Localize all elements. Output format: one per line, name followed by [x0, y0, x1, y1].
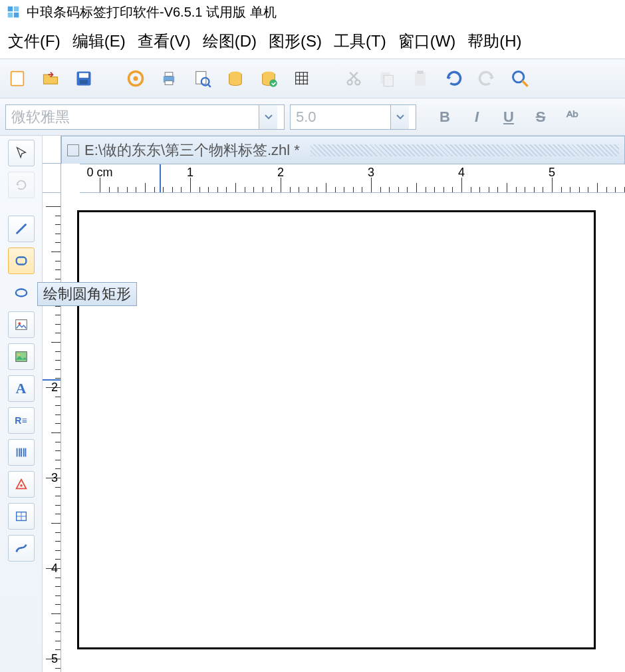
- svg-point-43: [17, 353, 20, 356]
- svg-line-36: [523, 81, 528, 86]
- settings-button[interactable]: [124, 67, 148, 90]
- work-area: 绘制圆角矩形 A R≡ E:\做的东东\第三个物料标签.zhl * 0 cm 1…: [0, 136, 625, 672]
- line-tool[interactable]: [8, 216, 35, 242]
- font-name-combo[interactable]: [5, 104, 285, 130]
- svg-rect-40: [15, 320, 27, 330]
- redo-button[interactable]: [475, 67, 499, 90]
- svg-rect-2: [8, 13, 13, 18]
- save-button[interactable]: [72, 67, 96, 90]
- underline-button[interactable]: U: [499, 108, 519, 126]
- menu-edit[interactable]: 编辑(E): [68, 29, 130, 53]
- triangle-tool[interactable]: [8, 471, 35, 498]
- print-preview-button[interactable]: [190, 67, 214, 90]
- svg-point-35: [513, 72, 524, 83]
- font-name-input[interactable]: [6, 107, 259, 127]
- svg-point-28: [355, 80, 360, 84]
- menu-window[interactable]: 窗口(W): [394, 29, 460, 53]
- svg-rect-38: [16, 257, 26, 265]
- svg-rect-33: [415, 73, 426, 86]
- database-refresh-button[interactable]: [257, 67, 281, 90]
- open-button[interactable]: [39, 67, 62, 90]
- menu-bar: 文件(F) 编辑(E) 查看(V) 绘图(D) 图形(S) 工具(T) 窗口(W…: [0, 24, 625, 59]
- menu-shape[interactable]: 图形(S): [265, 29, 326, 53]
- font-size-drop-icon[interactable]: [390, 105, 409, 129]
- text-tool[interactable]: A: [8, 375, 35, 402]
- database-button[interactable]: [223, 67, 247, 90]
- bold-button[interactable]: B: [435, 108, 455, 126]
- horizontal-ruler[interactable]: 0 cm 12345: [80, 164, 625, 193]
- svg-point-49: [20, 484, 23, 487]
- menu-file[interactable]: 文件(F): [4, 29, 64, 53]
- tab-filler: [311, 144, 619, 156]
- undo-button[interactable]: [441, 67, 465, 90]
- refresh-tool[interactable]: [8, 172, 35, 198]
- strike-button[interactable]: S: [531, 108, 551, 126]
- canvas[interactable]: [61, 193, 625, 672]
- svg-line-37: [16, 224, 26, 234]
- document-tab[interactable]: E:\做的东东\第三个物料标签.zhl *: [61, 136, 625, 164]
- svg-rect-32: [384, 75, 393, 86]
- new-doc-button[interactable]: [5, 67, 29, 90]
- text-style-group: B I U S ᴬᵇ: [435, 108, 582, 126]
- ruler-h-marker: [160, 164, 161, 192]
- menu-tool[interactable]: 工具(T): [330, 29, 390, 53]
- svg-rect-34: [417, 71, 423, 74]
- rounded-rect-tool[interactable]: [8, 248, 35, 274]
- svg-rect-1: [14, 7, 19, 12]
- menu-draw[interactable]: 绘图(D): [199, 29, 261, 53]
- grid-button[interactable]: [290, 67, 314, 90]
- svg-rect-4: [11, 72, 24, 86]
- picture-tool[interactable]: [8, 343, 35, 370]
- paste-button[interactable]: [408, 67, 432, 90]
- clear-format-button[interactable]: ᴬᵇ: [562, 108, 582, 126]
- tooltip: 绘制圆角矩形: [37, 282, 137, 306]
- svg-rect-42: [15, 352, 27, 362]
- table-tool[interactable]: [8, 503, 35, 530]
- menu-view[interactable]: 查看(V): [134, 29, 195, 53]
- ruler-corner-row: E:\做的东东\第三个物料标签.zhl *: [43, 136, 625, 164]
- select-tool[interactable]: [8, 140, 35, 166]
- ellipse-tool[interactable]: 绘制圆角矩形: [8, 279, 35, 306]
- image-tool[interactable]: [8, 311, 35, 338]
- doc-tab-icon: [67, 144, 79, 156]
- svg-rect-0: [8, 7, 13, 12]
- svg-point-9: [134, 77, 138, 81]
- drawing-toolbar: 绘制圆角矩形 A R≡: [0, 136, 43, 672]
- font-size-input[interactable]: [291, 107, 390, 127]
- svg-rect-6: [79, 73, 88, 78]
- svg-rect-11: [165, 73, 173, 77]
- format-toolbar: B I U S ᴬᵇ: [0, 98, 625, 136]
- menu-help[interactable]: 帮助(H): [463, 29, 525, 53]
- ruler-origin: [43, 164, 61, 193]
- richtext-tool[interactable]: R≡: [8, 407, 35, 434]
- app-icon: [7, 5, 20, 19]
- main-toolbar: [0, 59, 625, 98]
- barcode-tool[interactable]: [8, 439, 35, 466]
- svg-point-18: [269, 79, 277, 87]
- document-path: E:\做的东东\第三个物料标签.zhl *: [84, 140, 300, 160]
- svg-rect-7: [80, 80, 88, 84]
- document-panel: E:\做的东东\第三个物料标签.zhl * 0 cm 12345 12345: [43, 136, 625, 672]
- print-button[interactable]: [157, 67, 181, 90]
- label-page[interactable]: [77, 210, 596, 649]
- svg-rect-12: [165, 81, 173, 85]
- svg-point-39: [15, 289, 27, 297]
- font-size-combo[interactable]: [290, 104, 416, 130]
- cut-button[interactable]: [342, 67, 366, 90]
- font-name-drop-icon[interactable]: [259, 105, 277, 129]
- svg-line-15: [208, 84, 211, 86]
- svg-rect-3: [14, 13, 19, 18]
- copy-button[interactable]: [375, 67, 399, 90]
- svg-point-27: [348, 80, 352, 84]
- title-bar: 中琅条码标签打印软件-V6.5.1 试用版 单机: [0, 0, 625, 24]
- app-title: 中琅条码标签打印软件-V6.5.1 试用版 单机: [27, 3, 277, 21]
- zoom-button[interactable]: [508, 67, 532, 90]
- ruler-corner: [43, 136, 61, 164]
- italic-button[interactable]: I: [467, 108, 487, 126]
- vertical-ruler[interactable]: 12345: [43, 193, 61, 672]
- curve-tool[interactable]: [8, 535, 35, 562]
